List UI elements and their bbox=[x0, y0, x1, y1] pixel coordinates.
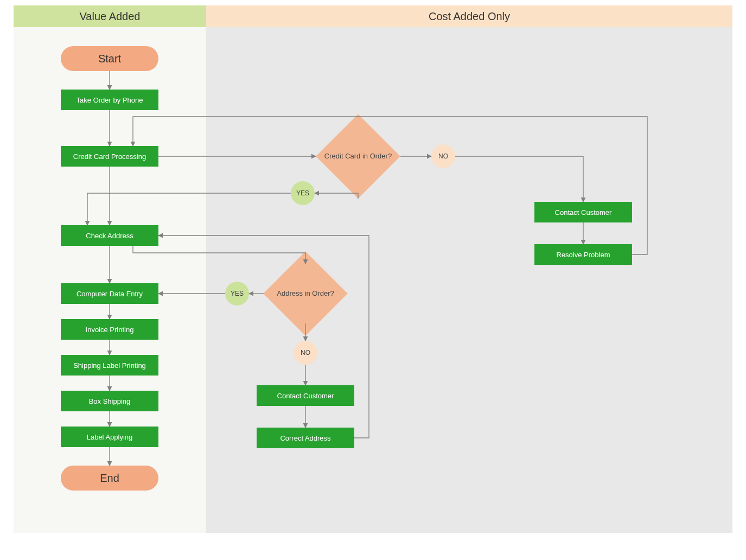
start-terminal: Start bbox=[61, 46, 158, 71]
header-value-added: Value Added bbox=[14, 5, 206, 27]
process-label-apply: Label Applying bbox=[61, 427, 158, 447]
process-box-ship: Box Shipping bbox=[61, 391, 158, 411]
flowchart-canvas: Value Added Cost Added Only Start Take O… bbox=[0, 0, 746, 560]
process-check-address: Check Address bbox=[61, 225, 158, 246]
yes-badge-address: YES bbox=[225, 282, 249, 306]
process-contact-customer-2: Contact Customer bbox=[257, 385, 354, 406]
process-ship-label: Shipping Label Printing bbox=[61, 355, 158, 376]
decision-credit-card-label: Credit Card in Order? bbox=[316, 124, 400, 189]
process-correct-address: Correct Address bbox=[257, 428, 354, 448]
no-badge-address: NO bbox=[294, 341, 317, 365]
process-contact-customer-1: Contact Customer bbox=[534, 202, 632, 222]
decision-address-label: Address in Order? bbox=[263, 262, 348, 326]
process-resolve-problem: Resolve Problem bbox=[534, 244, 632, 265]
process-cc-processing: Credit Card Processing bbox=[61, 146, 158, 167]
header-cost-added: Cost Added Only bbox=[206, 5, 732, 27]
process-take-order: Take Order by Phone bbox=[61, 90, 158, 110]
process-invoice: Invoice Printing bbox=[61, 319, 158, 340]
end-terminal: End bbox=[61, 466, 158, 491]
process-data-entry: Computer Data Entry bbox=[61, 283, 158, 304]
no-badge-credit: NO bbox=[431, 144, 455, 168]
yes-badge-credit: YES bbox=[291, 181, 315, 205]
